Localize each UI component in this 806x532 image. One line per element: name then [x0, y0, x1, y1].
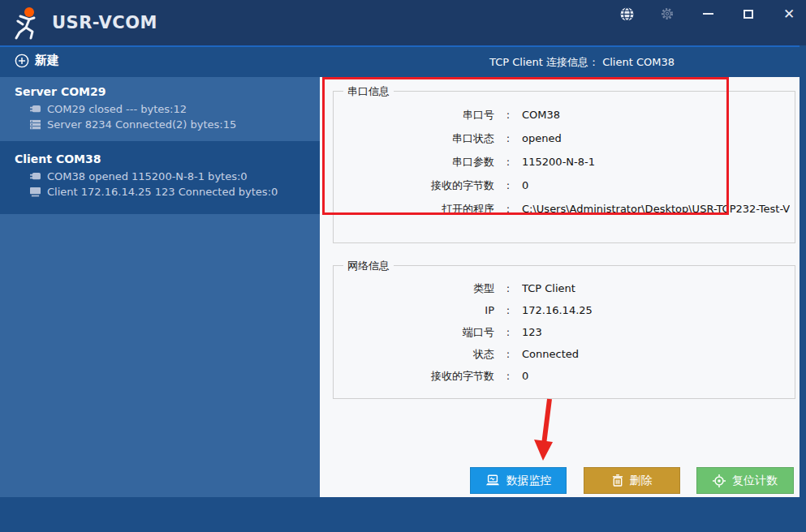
maximize-button[interactable]	[738, 3, 759, 24]
serial-group-title: 串口信息	[343, 84, 394, 99]
network-row-state: 状态 : Connected	[334, 343, 795, 365]
serial-row-state: 串口状态 : opened	[334, 127, 795, 150]
network-row-ip: IP : 172.16.14.25	[334, 299, 795, 321]
connection-status-text: TCP Client 连接信息： Client COM38	[489, 55, 675, 70]
serial-status-text: COM29 closed --- bytes:12	[47, 103, 187, 115]
network-info-group: 网络信息 类型 : TCP Client IP : 172.16.14.25 端…	[333, 265, 795, 399]
item-title: Client COM38	[15, 152, 320, 165]
new-label: 新建	[35, 53, 59, 68]
net-status-text: Server 8234 Connected(2) bytes:15	[47, 118, 236, 131]
serial-status-text: COM38 opened 115200-N-8-1 bytes:0	[47, 170, 248, 182]
reset-count-button[interactable]: 复位计数	[696, 467, 794, 494]
monitor-icon	[29, 187, 41, 197]
new-connection-button[interactable]: 新建	[15, 53, 59, 68]
network-group-title: 网络信息	[343, 259, 394, 273]
sidebar-item-client-com38[interactable]: Client COM38 COM38 opened 115200-N-8-1 b…	[0, 141, 320, 214]
delete-label: 删除	[630, 474, 653, 488]
usr-logo-icon	[10, 5, 45, 41]
serial-row-port: 串口号 : COM38	[334, 103, 795, 127]
right-window-border	[800, 45, 806, 532]
data-monitor-label: 数据监控	[506, 474, 552, 488]
reset-count-icon	[713, 474, 726, 487]
annotation-red-arrow	[527, 397, 567, 462]
serial-status-line: COM29 closed --- bytes:12	[29, 103, 320, 115]
titlebar: USR-VCOM ✕	[0, 0, 806, 45]
serial-row-rx-bytes: 接收的字节数 : 0	[334, 174, 795, 197]
net-status-line: Client 172.16.14.25 123 Connected bytes:…	[29, 186, 320, 198]
language-globe-icon[interactable]	[616, 3, 637, 24]
net-status-line: Server 8234 Connected(2) bytes:15	[29, 118, 320, 131]
delete-button[interactable]: 删除	[584, 467, 680, 494]
serial-row-params: 串口参数 : 115200-N-8-1	[334, 150, 795, 174]
navbar: 新建 TCP Client 连接信息： Client COM38	[0, 47, 806, 77]
network-row-port: 端口号 : 123	[334, 321, 795, 343]
minimize-button[interactable]	[697, 3, 718, 24]
network-row-type: 类型 : TCP Client	[334, 277, 795, 299]
serial-row-program: 打开的程序 : C:\Users\Administrator\Desktop\U…	[334, 197, 795, 221]
data-monitor-button[interactable]: 数据监控	[470, 467, 567, 494]
sidebar-item-server-com29[interactable]: Server COM29 COM29 closed --- bytes:12	[0, 77, 320, 140]
serial-port-icon	[29, 105, 41, 114]
settings-gear-icon[interactable]	[657, 3, 678, 24]
reset-count-label: 复位计数	[732, 474, 778, 488]
plus-circle-icon	[15, 54, 29, 68]
usr-vcom-window: USR-VCOM ✕	[0, 0, 806, 532]
data-monitor-icon	[485, 474, 500, 487]
trash-icon	[612, 474, 623, 487]
serial-info-group: 串口信息 串口号 : COM38 串口状态 : opened 串口参数 : 11…	[333, 91, 795, 243]
serial-port-icon	[29, 172, 41, 182]
server-icon	[29, 119, 41, 130]
main-panel: 串口信息 串口号 : COM38 串口状态 : opened 串口参数 : 11…	[320, 77, 800, 497]
app-title: USR-VCOM	[52, 13, 157, 32]
item-title: Server COM29	[15, 85, 320, 98]
serial-status-line: COM38 opened 115200-N-8-1 bytes:0	[29, 170, 320, 182]
net-status-text: Client 172.16.14.25 123 Connected bytes:…	[47, 186, 278, 198]
footer-bar	[0, 497, 806, 532]
network-row-rx-bytes: 接收的字节数 : 0	[334, 365, 795, 387]
close-button[interactable]: ✕	[778, 3, 800, 24]
sidebar: Server COM29 COM29 closed --- bytes:12	[0, 77, 320, 497]
